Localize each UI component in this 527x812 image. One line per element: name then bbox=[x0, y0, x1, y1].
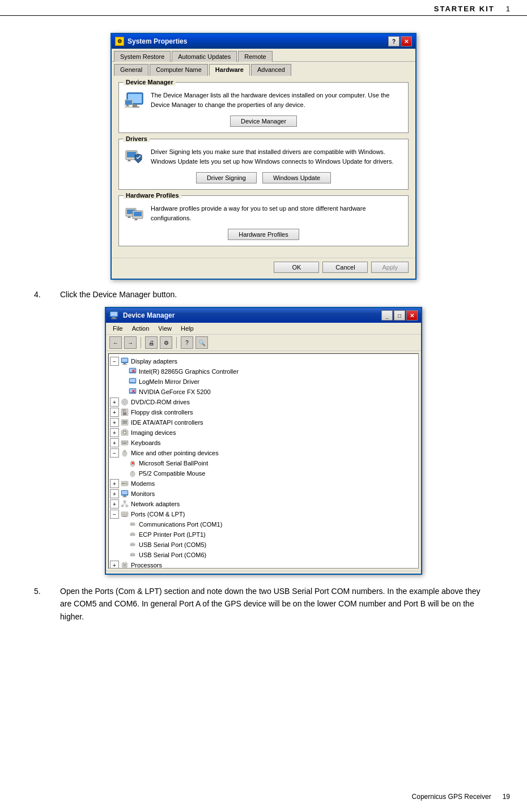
tree-lpt1[interactable]: ECP Printer Port (LPT1) bbox=[109, 529, 418, 540]
svg-point-92 bbox=[133, 554, 134, 555]
svg-rect-43 bbox=[122, 421, 127, 422]
svg-point-79 bbox=[126, 514, 127, 515]
tree-serial-ballpoint[interactable]: ✕ Microsoft Serial BallPoint bbox=[109, 458, 418, 468]
tab-computer-name[interactable]: Computer Name bbox=[150, 64, 208, 76]
tree-processors[interactable]: + bbox=[109, 560, 418, 569]
expander-ide[interactable]: + bbox=[110, 418, 119, 427]
expander-modems[interactable]: + bbox=[110, 479, 119, 488]
tree-keyboards[interactable]: + Keyboards bbox=[109, 438, 418, 448]
tree-display-adapters[interactable]: − Display adapters bbox=[109, 356, 418, 366]
dm-toolbar-sep2 bbox=[176, 337, 177, 348]
driver-signing-button[interactable]: Driver Signing bbox=[196, 172, 257, 183]
label-com1: Communications Port (COM1) bbox=[139, 521, 222, 528]
expander-ports[interactable]: − bbox=[110, 510, 119, 519]
tree-com6[interactable]: USB Serial Port (COM6) bbox=[109, 550, 418, 560]
tree-ports[interactable]: − Ports (COM & LPT) bbox=[109, 509, 418, 519]
icon-com6 bbox=[128, 550, 137, 559]
label-monitors: Monitors bbox=[131, 490, 155, 497]
expander-dvd[interactable]: + bbox=[110, 398, 119, 407]
tree-network[interactable]: + Network adapters bbox=[109, 499, 418, 509]
tree-intel-graphics[interactable]: ✕ Intel(R) 82865G Graphics Controller bbox=[109, 366, 418, 377]
tree-floppy[interactable]: + Floppy disk controllers bbox=[109, 407, 418, 417]
page-header: STARTER KIT 1 bbox=[0, 0, 527, 16]
dm-back-button[interactable]: ← bbox=[109, 336, 122, 349]
tab-system-restore[interactable]: System Restore bbox=[114, 51, 171, 62]
expander-monitors[interactable]: + bbox=[110, 489, 119, 498]
expander-processors[interactable]: + bbox=[110, 561, 119, 569]
svg-rect-26 bbox=[124, 363, 126, 364]
tab-advanced[interactable]: Advanced bbox=[251, 64, 291, 76]
dm-menu-action[interactable]: Action bbox=[128, 324, 154, 333]
icon-dvd bbox=[120, 398, 129, 407]
tab-general[interactable]: General bbox=[114, 64, 148, 76]
tree-com1[interactable]: Communications Port (COM1) bbox=[109, 519, 418, 529]
dm-print-button[interactable]: 🖨 bbox=[145, 336, 158, 349]
dm-statusbar bbox=[106, 571, 421, 574]
expander-mice[interactable]: − bbox=[110, 448, 119, 458]
tree-nvidia[interactable]: ✕ NVIDIA GeForce FX 5200 bbox=[109, 387, 418, 397]
tree-ps2-mouse[interactable]: P5/2 Compatible Mouse bbox=[109, 468, 418, 478]
help-button[interactable]: ? bbox=[388, 36, 400, 46]
device-manager-icon bbox=[125, 91, 145, 111]
label-mice: Mice and other pointing devices bbox=[131, 450, 219, 456]
tree-modems[interactable]: + Modems bbox=[109, 478, 418, 489]
dm-search-button[interactable]: 🔍 bbox=[196, 336, 208, 349]
svg-point-88 bbox=[132, 544, 133, 545]
titlebar-buttons[interactable]: ? ✕ bbox=[388, 36, 412, 46]
tab-remote[interactable]: Remote bbox=[238, 51, 273, 62]
dm-menu-file[interactable]: File bbox=[108, 324, 128, 333]
label-serial-ballpoint: Microsoft Serial BallPoint bbox=[139, 460, 208, 467]
dm-title: Device Manager bbox=[123, 311, 175, 319]
cancel-button[interactable]: Cancel bbox=[322, 262, 368, 273]
tree-logmein[interactable]: LogMeIn Mirror Driver bbox=[109, 377, 418, 387]
header-title: STARTER KIT bbox=[434, 5, 495, 13]
dm-menu-view[interactable]: View bbox=[154, 324, 176, 333]
tab-automatic-updates[interactable]: Automatic Updates bbox=[172, 51, 237, 62]
dm-tree-area[interactable]: − Display adapters bbox=[108, 353, 419, 569]
hardware-profiles-button[interactable]: Hardware Profiles bbox=[228, 229, 299, 240]
device-manager-content: The Device Manager lists all the hardwar… bbox=[125, 91, 402, 111]
dm-titlebar-buttons[interactable]: _ □ ✕ bbox=[381, 310, 418, 320]
svg-rect-70 bbox=[124, 501, 126, 502]
svg-rect-23 bbox=[111, 318, 117, 319]
tree-dvd[interactable]: + DVD/CD-ROM drives bbox=[109, 397, 418, 407]
dm-properties-button[interactable]: ⚙ bbox=[160, 336, 172, 349]
svg-rect-94 bbox=[124, 564, 126, 566]
expander-floppy[interactable]: + bbox=[110, 408, 119, 417]
device-manager-button[interactable]: Device Manager bbox=[230, 116, 297, 127]
tree-imaging[interactable]: + Imaging devices bbox=[109, 428, 418, 438]
dm-help-button[interactable]: ? bbox=[181, 336, 193, 349]
tree-mice[interactable]: − Mice and other pointing devices bbox=[109, 448, 418, 458]
step5: 5. Open the Ports (Com & LPT) section an… bbox=[34, 585, 493, 623]
icon-ide bbox=[120, 418, 129, 427]
expander-display-adapters[interactable]: − bbox=[110, 357, 119, 366]
dm-forward-button[interactable]: → bbox=[124, 336, 137, 349]
tab-hardware[interactable]: Hardware bbox=[209, 64, 250, 76]
icon-serial-ballpoint: ✕ bbox=[128, 459, 137, 468]
svg-point-65 bbox=[126, 483, 127, 484]
dialog-footer: OK Cancel Apply bbox=[112, 258, 415, 279]
tree-com5[interactable]: USB Serial Port (COM5) bbox=[109, 540, 418, 550]
expander-network[interactable]: + bbox=[110, 499, 119, 508]
dialog-body: Device Manager bbox=[112, 75, 415, 258]
svg-point-91 bbox=[132, 554, 133, 555]
dm-menu-help[interactable]: Help bbox=[176, 324, 198, 333]
dm-minimize-button[interactable]: _ bbox=[381, 310, 393, 320]
svg-rect-40 bbox=[122, 409, 126, 412]
ok-button[interactable]: OK bbox=[274, 262, 319, 273]
tree-ide[interactable]: + IDE ATA/ATAPI controllers bbox=[109, 417, 418, 428]
dm-title-icon bbox=[109, 311, 118, 320]
hardware-profiles-icon bbox=[125, 204, 145, 224]
expander-keyboards[interactable]: + bbox=[110, 438, 119, 447]
windows-update-button[interactable]: Windows Update bbox=[262, 172, 331, 183]
close-button[interactable]: ✕ bbox=[401, 36, 412, 46]
apply-button[interactable]: Apply bbox=[371, 262, 409, 273]
dm-maximize-button[interactable]: □ bbox=[394, 310, 405, 320]
icon-display-adapters bbox=[120, 357, 129, 366]
tree-monitors[interactable]: + Monitors bbox=[109, 489, 418, 499]
expander-imaging[interactable]: + bbox=[110, 428, 119, 437]
header-page-num: 1 bbox=[506, 5, 510, 13]
dm-close-button[interactable]: ✕ bbox=[406, 310, 418, 320]
dm-titlebar: Device Manager _ □ ✕ bbox=[106, 308, 421, 323]
svg-point-84 bbox=[131, 534, 132, 535]
